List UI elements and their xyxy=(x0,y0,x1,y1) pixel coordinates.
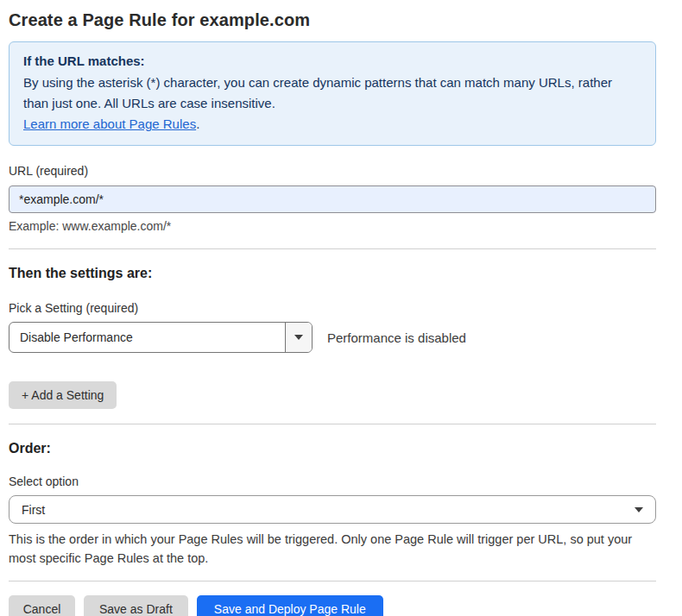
pick-setting-label: Pick a Setting (required) xyxy=(9,301,656,315)
page-title: Create a Page Rule for example.com xyxy=(9,10,656,30)
create-page-rule-form: Create a Page Rule for example.com If th… xyxy=(0,10,682,616)
divider xyxy=(9,424,656,424)
divider xyxy=(9,248,656,249)
chevron-down-icon xyxy=(294,335,303,340)
cancel-button[interactable]: Cancel xyxy=(9,595,75,616)
chevron-down-icon xyxy=(635,507,643,512)
url-input[interactable] xyxy=(9,185,656,213)
info-box-heading: If the URL matches: xyxy=(23,53,641,68)
divider xyxy=(9,581,656,581)
link-suffix: . xyxy=(196,116,199,131)
save-as-draft-button[interactable]: Save as Draft xyxy=(84,595,188,616)
save-and-deploy-button[interactable]: Save and Deploy Page Rule xyxy=(197,595,383,616)
order-select-value: First xyxy=(22,503,45,517)
setting-select-value: Disable Performance xyxy=(9,330,133,344)
add-setting-button[interactable]: + Add a Setting xyxy=(9,381,117,409)
setting-row: Disable Performance Performance is disab… xyxy=(9,322,656,353)
order-select[interactable]: First xyxy=(9,495,656,524)
setting-status-text: Performance is disabled xyxy=(327,330,466,345)
setting-select-arrow-button[interactable] xyxy=(285,323,312,352)
info-box-link-line: Learn more about Page Rules. xyxy=(23,114,641,135)
order-section-heading: Order: xyxy=(9,441,656,456)
url-field-label: URL (required) xyxy=(9,164,656,178)
url-example-text: Example: www.example.com/* xyxy=(9,219,656,233)
info-box-body: By using the asterisk (*) character, you… xyxy=(23,72,628,114)
order-select-label: Select option xyxy=(9,475,656,488)
settings-section-heading: Then the settings are: xyxy=(9,266,656,281)
order-description: This is the order in which your Page Rul… xyxy=(9,530,654,568)
learn-more-link[interactable]: Learn more about Page Rules xyxy=(23,116,196,131)
footer-button-row: Cancel Save as Draft Save and Deploy Pag… xyxy=(9,595,656,616)
setting-select[interactable]: Disable Performance xyxy=(9,322,313,353)
url-match-info-box: If the URL matches: By using the asteris… xyxy=(9,41,656,146)
